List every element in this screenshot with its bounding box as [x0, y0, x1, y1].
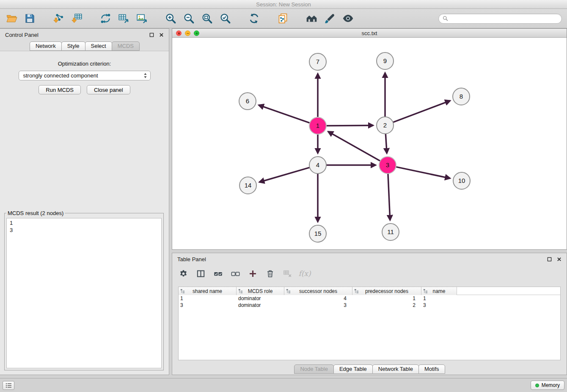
column-type-icon [286, 289, 291, 293]
zoom-fit-button[interactable] [201, 12, 213, 25]
graph-node-10[interactable]: 10 [453, 172, 470, 189]
search-input[interactable] [450, 16, 558, 22]
graph-node-1[interactable]: 1 [309, 117, 326, 134]
save-session-button[interactable] [23, 12, 36, 25]
select-all-checkboxes-button[interactable] [213, 268, 223, 279]
memory-button[interactable]: Memory [531, 381, 564, 390]
tab-network[interactable]: Network [30, 41, 62, 51]
svg-text:10: 10 [458, 177, 465, 184]
svg-text:7: 7 [316, 58, 319, 65]
export-image-button[interactable] [135, 12, 148, 25]
mcds-result-list[interactable]: 13 [6, 218, 162, 368]
clone-network-document-button[interactable] [276, 12, 289, 25]
minimize-window-button[interactable] [185, 30, 190, 36]
zoom-selected-button[interactable] [219, 12, 231, 25]
column-header-predecessor-nodes[interactable]: predecessor nodes [352, 287, 421, 295]
column-type-icon [423, 289, 428, 293]
tab-network-table[interactable]: Network Table [372, 364, 419, 374]
graph-edge-3-11[interactable] [388, 174, 390, 220]
graph-node-11[interactable]: 11 [382, 224, 399, 240]
tab-style[interactable]: Style [61, 41, 85, 51]
status-bar: Memory [0, 378, 567, 392]
graph-node-6[interactable]: 6 [239, 93, 256, 110]
search-icon [443, 16, 448, 21]
svg-text:4: 4 [316, 161, 319, 168]
close-panel-button[interactable]: Close panel [87, 85, 130, 94]
deselect-all-checkboxes-button[interactable] [230, 268, 240, 279]
graph-node-2[interactable]: 2 [377, 117, 394, 134]
show-columns-icon [196, 269, 205, 278]
export-table-button[interactable] [117, 12, 130, 25]
zoom-in-icon [165, 13, 176, 24]
graph-node-4[interactable]: 4 [309, 157, 326, 174]
export-network-button[interactable] [99, 12, 112, 25]
graph-node-14[interactable]: 14 [239, 177, 256, 194]
window-title: Session: New Session [256, 1, 311, 8]
dropdown-arrows-icon [143, 72, 147, 79]
float-panel-icon[interactable] [149, 33, 154, 37]
search-field[interactable] [438, 14, 562, 24]
graph-edge-2-8[interactable] [393, 101, 450, 122]
graph-node-7[interactable]: 7 [309, 53, 326, 70]
minimize-icon [186, 32, 190, 35]
graph-edge-1-2[interactable] [326, 125, 373, 126]
show-hide-eye-icon [342, 13, 354, 24]
import-table-icon [71, 13, 83, 24]
control-panel-title: Control Panel [5, 32, 39, 38]
show-hide-eye-button[interactable] [341, 12, 354, 25]
delete-column-button[interactable] [265, 268, 275, 279]
function-icon: f(x) [298, 269, 311, 278]
zoom-in-button[interactable] [164, 12, 177, 25]
close-panel-icon[interactable] [159, 33, 164, 37]
refresh-view-button[interactable] [248, 12, 260, 25]
style-brush-button[interactable] [323, 12, 336, 25]
add-column-button[interactable] [248, 268, 258, 279]
tab-select[interactable]: Select [85, 41, 112, 51]
graph-node-8[interactable]: 8 [453, 88, 470, 105]
zoom-window-button[interactable] [194, 30, 199, 36]
graph-edge-2-3[interactable] [385, 134, 387, 153]
graph-node-15[interactable]: 15 [309, 225, 326, 242]
delete-table-button [282, 268, 292, 279]
close-window-button[interactable] [176, 30, 182, 36]
run-mcds-button[interactable]: Run MCDS [39, 85, 81, 94]
tab-motifs[interactable]: Motifs [418, 364, 445, 374]
show-columns-button[interactable] [195, 268, 206, 279]
column-header-label: shared name [193, 288, 222, 294]
column-header-successor-nodes[interactable]: successor nodes [284, 287, 352, 295]
graph-edge-3-1[interactable] [328, 132, 380, 161]
tab-node-table[interactable]: Node Table [294, 364, 334, 374]
graph-node-3[interactable]: 3 [379, 157, 396, 174]
import-network-button[interactable] [52, 12, 65, 25]
export-image-icon [136, 13, 148, 24]
panel-selector-button[interactable] [3, 381, 14, 390]
delete-column-icon [266, 269, 275, 278]
graph-edge-4-14[interactable] [259, 168, 310, 182]
network-canvas[interactable]: 7968124314101511 [172, 38, 567, 249]
control-panel-header: Control Panel [0, 29, 169, 41]
zoom-out-button[interactable] [182, 12, 195, 25]
settings-gear-button[interactable] [178, 268, 188, 279]
deselect-all-checkboxes-icon [231, 269, 240, 278]
graph-edge-3-10[interactable] [396, 167, 450, 178]
tab-mcds[interactable]: MCDS [112, 41, 140, 51]
table-row[interactable]: 3dominator323 [179, 302, 560, 309]
table-panel-title: Table Panel [177, 256, 206, 262]
column-header-MCDS-role[interactable]: MCDS role [237, 287, 284, 295]
tab-edge-table[interactable]: Edge Table [333, 364, 373, 374]
close-icon [177, 32, 181, 35]
import-table-button[interactable] [70, 12, 83, 25]
float-table-panel-icon[interactable] [547, 257, 552, 262]
graph-edge-1-6[interactable] [259, 105, 310, 123]
close-table-panel-icon[interactable] [557, 257, 561, 262]
table-row[interactable]: 1dominator411 [179, 295, 560, 302]
column-header-shared-name[interactable]: shared name [179, 287, 237, 295]
home-view-button[interactable] [305, 12, 318, 25]
svg-text:15: 15 [314, 230, 322, 237]
column-header-name[interactable]: name [421, 287, 457, 295]
column-header-label: MCDS role [248, 288, 273, 294]
optimization-criterion-select[interactable]: strongly connected component [19, 71, 151, 80]
graph-node-9[interactable]: 9 [377, 52, 394, 69]
open-file-button[interactable] [5, 12, 18, 25]
table-panel-header: Table Panel [172, 253, 567, 265]
